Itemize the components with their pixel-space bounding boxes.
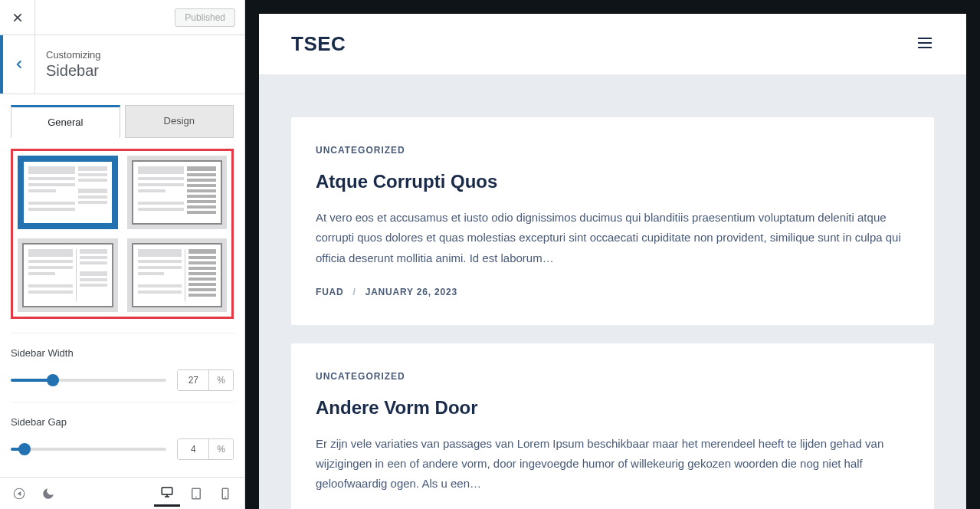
sidebar-gap-control: Sidebar Gap % <box>11 402 234 471</box>
sidebar-width-value-box: % <box>177 369 234 391</box>
moon-icon <box>41 487 55 501</box>
desktop-icon <box>160 485 174 499</box>
tab-general[interactable]: General <box>11 105 120 138</box>
post-category[interactable]: UNCATEGORIZED <box>316 145 910 156</box>
close-button[interactable] <box>0 0 35 35</box>
sidebar-gap-unit[interactable]: % <box>208 439 233 459</box>
customizing-label: Customizing <box>46 49 234 61</box>
post-category[interactable]: UNCATEGORIZED <box>316 371 910 382</box>
customizer-sidebar: Published Customizing Sidebar General De… <box>0 0 245 509</box>
sidebar-gap-value-box: % <box>177 438 234 460</box>
panel-body: Sidebar Width % Sidebar Gap <box>0 138 244 477</box>
post-meta: FUAD / JANUARY 26, 2023 <box>316 287 910 297</box>
top-bar: Published <box>0 0 244 35</box>
section-title: Sidebar <box>46 62 234 80</box>
desktop-preview-button[interactable] <box>154 481 180 507</box>
post-date[interactable]: JANUARY 26, 2023 <box>365 287 457 297</box>
layout-option-4[interactable] <box>127 238 228 312</box>
site-title[interactable]: TSEC <box>291 32 346 56</box>
tabs: General Design <box>0 94 244 138</box>
site-header: TSEC <box>259 14 966 74</box>
back-button[interactable] <box>0 35 35 94</box>
sidebar-width-slider[interactable] <box>11 379 166 382</box>
tablet-preview-button[interactable] <box>183 481 209 507</box>
slider-thumb[interactable] <box>18 443 31 455</box>
tab-design[interactable]: Design <box>125 105 234 138</box>
triangle-left-icon <box>12 487 26 501</box>
sidebar-width-unit[interactable]: % <box>208 370 233 390</box>
post-title[interactable]: Atque Corrupti Quos <box>316 171 910 192</box>
preview-area: TSEC UNCATEGORIZED Atque Corrupti Quos A… <box>245 0 980 509</box>
sidebar-width-input[interactable] <box>178 370 208 390</box>
customizer-app: Published Customizing Sidebar General De… <box>0 0 980 509</box>
sidebar-width-control: Sidebar Width % <box>11 333 234 402</box>
post-excerpt: Er zijn vele variaties van passages van … <box>316 434 910 494</box>
dark-mode-button[interactable] <box>35 481 61 507</box>
hamburger-icon <box>916 34 934 52</box>
sidebar-gap-label: Sidebar Gap <box>11 416 234 428</box>
svg-rect-4 <box>162 488 172 494</box>
hide-controls-button[interactable] <box>6 481 32 507</box>
device-bar <box>0 477 244 509</box>
layout-options-grid <box>11 149 234 319</box>
preview-frame[interactable]: TSEC UNCATEGORIZED Atque Corrupti Quos A… <box>259 14 966 509</box>
sidebar-gap-input[interactable] <box>178 439 208 459</box>
layout-option-2[interactable] <box>127 156 228 229</box>
layout-option-1[interactable] <box>18 156 118 229</box>
sidebar-width-label: Sidebar Width <box>11 347 234 359</box>
mobile-preview-button[interactable] <box>212 481 238 507</box>
post-author[interactable]: FUAD <box>316 287 344 297</box>
sidebar-gap-slider[interactable] <box>11 448 166 451</box>
tablet-icon <box>189 487 203 501</box>
mobile-icon <box>218 487 232 501</box>
close-icon <box>11 11 24 24</box>
layout-option-3[interactable] <box>18 238 118 312</box>
svg-marker-3 <box>18 491 21 496</box>
post-title[interactable]: Andere Vorm Door <box>316 397 910 419</box>
header-text: Customizing Sidebar <box>35 40 244 89</box>
meta-separator: / <box>353 287 356 297</box>
posts-list: UNCATEGORIZED Atque Corrupti Quos At ver… <box>259 74 966 509</box>
post-card: UNCATEGORIZED Atque Corrupti Quos At ver… <box>291 117 934 325</box>
chevron-left-icon <box>12 57 26 71</box>
section-header: Customizing Sidebar <box>0 35 244 94</box>
post-card: UNCATEGORIZED Andere Vorm Door Er zijn v… <box>291 343 934 509</box>
publish-status-button[interactable]: Published <box>175 8 235 27</box>
menu-toggle-button[interactable] <box>916 34 934 55</box>
slider-thumb[interactable] <box>47 374 59 386</box>
post-excerpt: At vero eos et accusamus et iusto odio d… <box>316 208 910 268</box>
